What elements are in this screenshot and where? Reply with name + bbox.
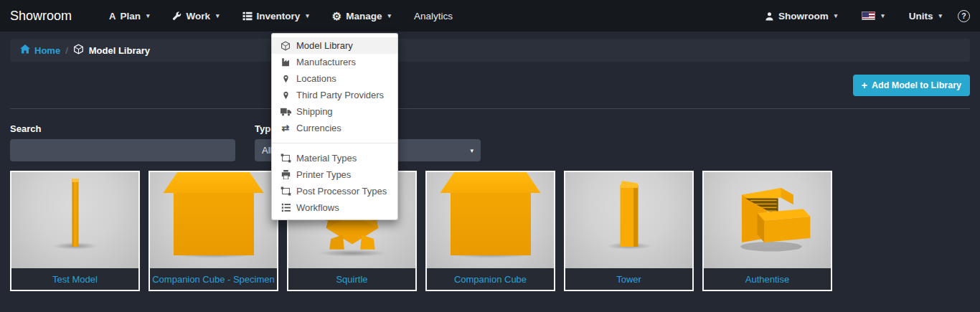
chevron-down-icon: ▾ — [216, 12, 220, 19]
thin-bar-model — [72, 179, 78, 247]
nav-inventory[interactable]: Inventory ▾ — [234, 5, 318, 27]
cube-front-face — [174, 193, 254, 255]
chevron-down-icon: ▾ — [306, 12, 309, 19]
model-card-authentise[interactable]: Authentise — [702, 171, 832, 291]
model-card-tower[interactable]: Tower — [564, 171, 694, 291]
model-card-test-model[interactable]: Test Model — [10, 171, 140, 291]
menu-item-material-types[interactable]: Material Types — [272, 150, 397, 166]
model-card-footer: Companion Cube — [427, 268, 554, 290]
us-flag-icon — [862, 11, 875, 20]
tower-model — [620, 185, 638, 247]
model-thumbnail — [11, 172, 138, 268]
search-input[interactable] — [10, 139, 235, 161]
menu-item-label: Workflows — [296, 202, 339, 213]
menu-item-label: Manufacturers — [296, 57, 356, 67]
nav-work[interactable]: Work ▾ — [164, 5, 227, 27]
model-thumbnail — [150, 172, 277, 268]
menu-item-label: Locations — [296, 73, 336, 84]
object-group-icon — [280, 153, 291, 163]
chevron-down-icon: ▾ — [388, 12, 392, 19]
home-icon — [20, 44, 30, 56]
gear-icon: ⚙ — [332, 11, 341, 22]
model-name-link[interactable]: Companion Cube - Specimen — [152, 274, 275, 285]
menu-item-model-library[interactable]: Model Library — [272, 37, 397, 54]
breadcrumb-home-label: Home — [34, 45, 60, 56]
units-menu[interactable]: Units ▾ — [900, 5, 951, 27]
menu-item-printer-types[interactable]: Printer Types — [272, 166, 397, 183]
menu-divider — [272, 143, 397, 143]
nav-work-label: Work — [186, 11, 210, 22]
section-divider — [10, 108, 970, 109]
cube-top-face — [164, 172, 264, 193]
industry-icon — [280, 57, 291, 67]
user-menu[interactable]: Showroom ▾ — [756, 5, 846, 27]
model-name-link[interactable]: Squirtle — [336, 274, 367, 285]
brand-logo[interactable]: Showroom — [10, 9, 72, 24]
model-name-link[interactable]: Tower — [616, 274, 641, 285]
add-model-button-label: Add Model to Library — [872, 80, 961, 90]
navbar-right: Showroom ▾ ▾ Units ▾ ? — [756, 5, 970, 27]
top-navbar: Showroom A Plan ▾ Work ▾ Inventory ▾ ⚙ M… — [0, 0, 980, 32]
menu-item-post-processor-types[interactable]: Post Processor Types — [272, 183, 397, 199]
language-menu[interactable]: ▾ — [853, 6, 893, 26]
user-icon — [765, 11, 774, 21]
main-nav: A Plan ▾ Work ▾ Inventory ▾ ⚙ Manage ▾ A… — [100, 5, 461, 27]
manage-dropdown-menu: Model Library Manufacturers Locations Th… — [271, 33, 398, 220]
menu-item-locations[interactable]: Locations — [272, 70, 397, 87]
add-model-button[interactable]: + Add Model to Library — [853, 75, 970, 96]
object-group-icon — [280, 186, 291, 196]
model-thumbnail — [565, 172, 692, 268]
model-name-link[interactable]: Companion Cube — [454, 274, 527, 285]
model-card-companion-cube-specimen[interactable]: Companion Cube - Specimen — [149, 171, 278, 291]
units-menu-label: Units — [909, 11, 933, 22]
model-card-companion-cube[interactable]: Companion Cube — [425, 171, 555, 291]
breadcrumb-current-label: Model Library — [89, 45, 150, 56]
model-thumbnail — [704, 172, 831, 268]
list-ol-icon — [280, 203, 291, 212]
menu-item-third-party-providers[interactable]: Third Party Providers — [272, 87, 397, 103]
menu-item-shipping[interactable]: Shipping — [272, 103, 397, 120]
model-thumbnail — [427, 172, 554, 268]
menu-item-label: Material Types — [296, 153, 357, 164]
plus-icon: + — [862, 80, 867, 91]
filters-row: Search Type All ▾ — [10, 123, 970, 161]
nav-inventory-label: Inventory — [257, 11, 301, 22]
chevron-down-icon: ▾ — [146, 12, 150, 19]
nav-plan-label: Plan — [120, 11, 141, 22]
menu-item-label: Third Party Providers — [296, 90, 384, 100]
model-card-grid: Test Model Companion Cube - Specimen — [10, 171, 970, 291]
cube-model — [440, 172, 541, 255]
help-icon[interactable]: ? — [958, 10, 970, 22]
chevron-down-icon: ▾ — [834, 12, 838, 19]
nav-analytics[interactable]: Analytics — [405, 5, 461, 27]
list-icon — [242, 11, 253, 21]
cube-top-face — [440, 172, 541, 193]
user-menu-label: Showroom — [778, 11, 829, 22]
menu-item-currencies[interactable]: ⇄ Currencies — [272, 120, 397, 136]
breadcrumb-separator: / — [65, 45, 68, 56]
menu-item-workflows[interactable]: Workflows — [272, 199, 397, 216]
model-name-link[interactable]: Test Model — [52, 274, 98, 285]
nav-manage[interactable]: ⚙ Manage ▾ — [324, 5, 400, 27]
cube-icon — [280, 41, 291, 51]
model-card-footer: Squirtle — [288, 268, 415, 290]
nav-plan[interactable]: A Plan ▾ — [100, 5, 158, 27]
actions-row: + Add Model to Library — [10, 75, 970, 96]
chevron-down-icon: ▾ — [938, 12, 942, 19]
map-marker-icon — [280, 90, 291, 100]
map-marker-icon — [280, 74, 291, 84]
cube-front-face — [451, 193, 531, 255]
nav-manage-label: Manage — [346, 11, 382, 22]
breadcrumb-home[interactable]: Home — [20, 44, 60, 56]
menu-item-manufacturers[interactable]: Manufacturers — [272, 54, 397, 70]
truck-icon — [280, 108, 291, 116]
page-content: Home / Model Library + Add Model to Libr… — [0, 39, 980, 291]
authentise-logo-model — [715, 172, 820, 257]
model-card-footer: Companion Cube - Specimen — [150, 268, 277, 290]
cube-model — [164, 172, 264, 255]
breadcrumb: Home / Model Library — [10, 39, 970, 62]
exchange-icon: ⇄ — [280, 123, 291, 133]
model-card-footer: Authentise — [704, 268, 831, 290]
menu-item-label: Currencies — [296, 123, 341, 133]
model-name-link[interactable]: Authentise — [745, 274, 789, 285]
